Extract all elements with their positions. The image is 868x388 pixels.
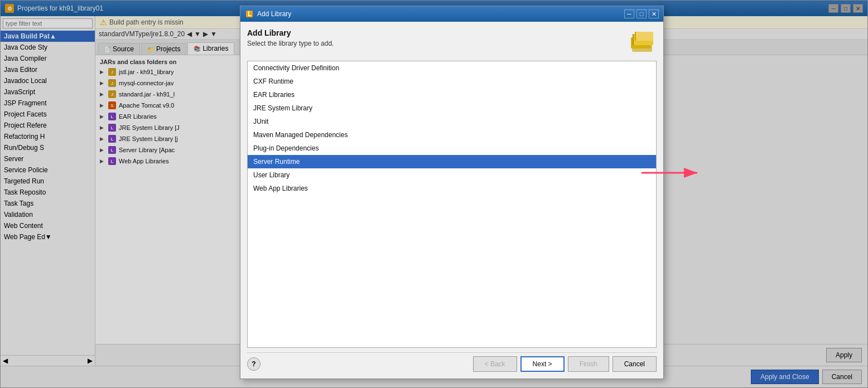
lib-item-jre-system[interactable]: JRE System Library [248, 101, 656, 115]
dialog-footer: ? < Back Next > Finish Cancel [247, 352, 657, 372]
back-button[interactable]: < Back [473, 356, 517, 372]
dialog-overlay: L Add Library ─ □ ✕ Add Library Select t… [0, 0, 868, 388]
dialog-title-icon: L [245, 9, 254, 18]
dialog-header-subtitle: Select the library type to add. [247, 40, 334, 47]
dialog-cancel-button[interactable]: Cancel [613, 356, 657, 372]
dialog-help-button[interactable]: ? [247, 357, 261, 371]
lib-item-user-library[interactable]: User Library [248, 168, 656, 182]
lib-item-server-runtime[interactable]: Server Runtime [248, 155, 656, 168]
svg-rect-5 [635, 32, 653, 41]
lib-item-maven[interactable]: Maven Managed Dependencies [248, 128, 656, 142]
dialog-body: Add Library Select the library type to a… [240, 22, 663, 379]
dialog-header-text: Add Library Select the library type to a… [247, 28, 334, 47]
dialog-header-section: Add Library Select the library type to a… [247, 28, 657, 55]
dialog-window-controls: ─ □ ✕ [624, 9, 659, 18]
dialog-header-title: Add Library [247, 28, 334, 37]
finish-button[interactable]: Finish [568, 356, 609, 372]
lib-item-plugin[interactable]: Plug-in Dependencies [248, 142, 656, 155]
dialog-minimize-button[interactable]: ─ [624, 9, 634, 18]
dialog-title-text: Add Library [257, 10, 291, 18]
next-button[interactable]: Next > [520, 356, 565, 372]
lib-item-ear[interactable]: EAR Libraries [248, 88, 656, 101]
lib-item-cxf[interactable]: CXF Runtime [248, 75, 656, 88]
dialog-header-icon [630, 28, 657, 55]
dialog-maximize-button[interactable]: □ [636, 9, 647, 18]
lib-item-junit[interactable]: JUnit [248, 115, 656, 128]
dialog-close-button[interactable]: ✕ [649, 9, 659, 18]
dialog-nav-buttons: < Back Next > Finish Cancel [473, 356, 657, 372]
svg-text:L: L [248, 10, 252, 18]
library-list: Connectivity Driver Definition CXF Runti… [247, 61, 657, 348]
add-library-dialog: L Add Library ─ □ ✕ Add Library Select t… [240, 6, 664, 379]
dialog-titlebar: L Add Library ─ □ ✕ [240, 6, 663, 22]
lib-item-web-app[interactable]: Web App Libraries [248, 182, 656, 195]
lib-item-connectivity[interactable]: Connectivity Driver Definition [248, 61, 656, 75]
